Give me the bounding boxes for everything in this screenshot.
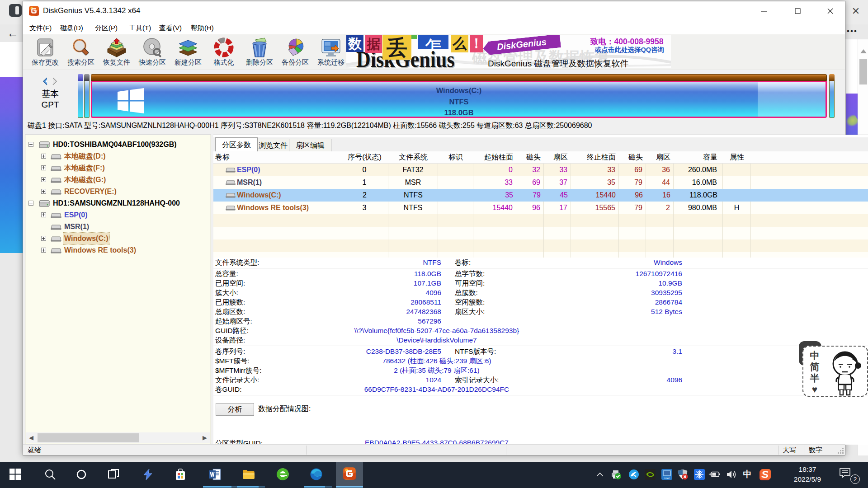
tree-item-disk-f[interactable]: 本地磁盘(F:) xyxy=(25,162,211,174)
notification-center-button[interactable]: 2 xyxy=(839,468,857,481)
new-partition-button[interactable]: 新建分区 xyxy=(170,36,206,69)
tray-defender-icon[interactable] xyxy=(677,469,689,480)
menu-partition[interactable]: 分区(P) xyxy=(92,23,120,34)
partition-icon xyxy=(225,178,236,186)
table-row-windows-re[interactable]: Windows RE tools(3) 3 NTFS 15440 96 17 1… xyxy=(213,202,868,214)
tree-item-disk-g[interactable]: 本地磁盘(G:) xyxy=(25,174,211,186)
menu-view[interactable]: 查看(V) xyxy=(156,23,184,34)
tree-item-windows-c[interactable]: Windows(C:) xyxy=(25,233,211,244)
statusbar-separator xyxy=(506,446,506,455)
tray-intel-icon[interactable]: intel xyxy=(661,469,673,480)
tray-expand-chevron-icon[interactable] xyxy=(594,469,606,480)
tray-nvidia-icon[interactable] xyxy=(644,469,656,480)
tray-snowflake-icon[interactable] xyxy=(693,469,705,480)
partition-label: Windows(C:) NTFS 118.0GB xyxy=(92,85,826,118)
tray-sogou-icon[interactable] xyxy=(759,469,771,480)
table-row-esp[interactable]: ESP(0) 0 FAT32 0 32 33 33 69 36 260.0MB xyxy=(213,164,868,176)
partition-bar-esp[interactable] xyxy=(78,74,83,118)
tree-item-windows-re[interactable]: Windows RE tools(3) xyxy=(25,244,211,256)
tray-messenger-icon[interactable] xyxy=(628,469,640,480)
resize-grip[interactable] xyxy=(838,448,844,454)
prev-disk-arrow-icon[interactable] xyxy=(41,77,49,85)
tray-volume-icon[interactable] xyxy=(726,469,738,480)
menu-help[interactable]: 帮助(H) xyxy=(188,23,217,34)
tab-browse-files[interactable]: 浏览文件 xyxy=(252,139,294,151)
toolbar: 保存更改 搜索分区 恢复文件 快速分区 新建分区 格式化 删除分区 备份分区 xyxy=(23,34,845,70)
format-button[interactable]: 格式化 xyxy=(206,36,241,69)
delete-partition-button[interactable]: 删除分区 xyxy=(242,36,277,69)
table-row-windows-c-selected[interactable]: Windows(C:) 2 NTFS 35 79 45 15440 96 16 … xyxy=(213,189,868,202)
system-migrate-button[interactable]: 系统迁移 xyxy=(313,36,349,69)
partition-tree-panel: HD0:TOSHIBAMQ04ABF100(932GB) 本地磁盘(D:) 本地… xyxy=(25,135,211,444)
save-changes-button[interactable]: 保存更改 xyxy=(28,36,63,69)
tray-printer-icon[interactable] xyxy=(610,469,622,480)
search-partition-button[interactable]: 搜索分区 xyxy=(63,36,99,69)
partition-bar-cap xyxy=(829,74,835,81)
scrollbar-thumb[interactable] xyxy=(859,59,867,84)
menu-file[interactable]: 文件(F) xyxy=(27,23,54,34)
partition-bar-cap xyxy=(84,74,90,81)
partition-bar-cap xyxy=(78,74,83,81)
partition-bar-re-tools[interactable] xyxy=(829,74,835,118)
table-row-msr[interactable]: MSR(1) 1 MSR 33 69 37 35 79 44 16.0MB xyxy=(213,176,868,189)
taskbar-clock[interactable]: 18:37 2022/5/9 xyxy=(785,465,830,484)
detail-divider xyxy=(213,395,868,395)
browser-close-icon[interactable]: ✕ xyxy=(849,5,863,17)
partition-bar-msr[interactable] xyxy=(84,74,90,118)
ad-banner[interactable]: DiskGenius 数 据 丢 怎 么 ！ 磁盘管理及数据恢复 DiskGen… xyxy=(346,35,671,68)
notification-icon xyxy=(839,468,851,479)
detail-row: 文件记录大小:1024索引记录大小:4096 xyxy=(213,375,868,385)
expand-icon[interactable] xyxy=(41,248,46,253)
detail-divider xyxy=(213,346,868,346)
expand-icon[interactable] xyxy=(41,165,46,170)
browser-tab-strip xyxy=(0,0,23,24)
windows-taskbar: intel 中 18:37 2022/5/9 2 xyxy=(0,462,868,488)
minimize-button[interactable] xyxy=(753,1,774,22)
detail-row: 卷序列号:C238-DB37-38DB-28E5NTFS版本号:3.1 xyxy=(213,347,868,356)
next-disk-arrow-icon[interactable] xyxy=(51,77,59,85)
maximize-button[interactable] xyxy=(787,1,808,22)
partition-bar-windows-c[interactable]: Windows(C:) NTFS 118.0GB xyxy=(91,74,827,118)
expand-icon[interactable] xyxy=(41,177,46,182)
tree-scrollbar-thumb[interactable] xyxy=(38,433,139,442)
scroll-left-arrow-icon[interactable]: ◀ xyxy=(26,432,37,443)
collapse-icon[interactable] xyxy=(28,201,33,206)
status-num: 数字 xyxy=(809,446,822,455)
table-row-empty xyxy=(213,227,868,239)
tree-item-recovery-e[interactable]: RECOVERY(E:) xyxy=(25,186,211,197)
analyze-button[interactable]: 分析 xyxy=(216,403,254,416)
tree-item-hd0[interactable]: HD0:TOSHIBAMQ04ABF100(932GB) xyxy=(25,139,211,150)
quick-partition-button[interactable]: 快速分区 xyxy=(135,36,170,69)
collapse-icon[interactable] xyxy=(28,142,33,147)
expand-icon[interactable] xyxy=(41,236,46,241)
menu-tools[interactable]: 工具(T) xyxy=(126,23,154,34)
clock-date: 2022/5/9 xyxy=(785,474,830,484)
browser-page-edge xyxy=(0,42,23,77)
expand-icon[interactable] xyxy=(41,212,46,217)
tab-sector-edit[interactable]: 扇区编辑 xyxy=(289,139,331,151)
tree-item-hd1[interactable]: HD1:SAMSUNGMZNLN128HAHQ-000 xyxy=(25,197,211,209)
tray-power-icon[interactable] xyxy=(708,469,720,480)
tree-item-msr[interactable]: MSR(1) xyxy=(25,221,211,233)
search-partition-icon xyxy=(71,37,91,58)
tree-item-esp[interactable]: ESP(0) xyxy=(25,209,211,221)
tree-horizontal-scrollbar[interactable]: ◀ ▶ xyxy=(26,432,210,443)
expand-icon[interactable] xyxy=(41,154,46,159)
tray-ime-indicator[interactable]: 中 xyxy=(741,469,753,480)
expand-icon[interactable] xyxy=(41,189,46,194)
recover-files-button[interactable]: 恢复文件 xyxy=(99,36,134,69)
main-area: HD0:TOSHIBAMQ04ABF100(932GB) 本地磁盘(D:) 本地… xyxy=(23,134,845,444)
backup-partition-button[interactable]: 备份分区 xyxy=(278,36,313,69)
banner-tile: 丢 xyxy=(382,35,411,60)
browser-menu-dots-icon[interactable]: ••• xyxy=(847,26,867,38)
browser-back-icon[interactable]: ← xyxy=(3,25,23,42)
partition-icon xyxy=(50,223,62,231)
banner-qq-link[interactable]: 或点击此处选择QQ咨询 xyxy=(595,46,671,54)
menu-disk[interactable]: 磁盘(D) xyxy=(57,23,86,34)
tree-item-disk-d[interactable]: 本地磁盘(D:) xyxy=(25,150,211,162)
tab-partition-params[interactable]: 分区参数 xyxy=(215,137,258,151)
scroll-right-arrow-icon[interactable]: ▶ xyxy=(199,432,210,443)
partition-icon xyxy=(225,204,236,211)
close-button[interactable] xyxy=(820,1,840,22)
scrollbar-up-arrow-icon[interactable] xyxy=(860,49,867,53)
